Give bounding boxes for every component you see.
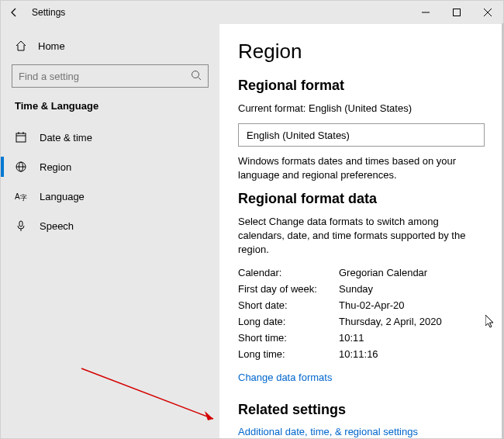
additional-settings-link[interactable]: Additional date, time, & regional settin… — [238, 426, 418, 437]
globe-icon — [15, 161, 27, 173]
sidebar-item-region[interactable]: Region — [12, 152, 209, 181]
sidebar-item-label: Date & time — [40, 132, 92, 143]
format-data-table: Calendar:Gregorian Calendar First day of… — [238, 264, 485, 362]
maximize-button[interactable] — [441, 1, 472, 24]
sidebar: Home Time & Language Date & time Region … — [1, 24, 219, 438]
sidebar-item-date-time[interactable]: Date & time — [12, 123, 209, 152]
svg-rect-6 — [16, 133, 26, 142]
home-nav[interactable]: Home — [12, 33, 209, 58]
change-data-formats-link[interactable]: Change data formats — [238, 372, 332, 383]
search-icon — [191, 70, 202, 83]
settings-window: Settings Home Time & Language Date & tim… — [0, 0, 504, 439]
table-row: Long time:10:11:16 — [238, 346, 485, 362]
sidebar-item-label: Region — [40, 161, 71, 173]
regional-format-heading: Regional format — [238, 78, 485, 94]
format-data-description: Select Change data formats to switch amo… — [238, 215, 485, 258]
svg-line-5 — [198, 77, 202, 80]
current-format-label: Current format: English (United States) — [238, 102, 485, 116]
format-dropdown[interactable]: English (United States) — [238, 123, 485, 147]
sidebar-item-language[interactable]: A字 Language — [12, 181, 209, 211]
microphone-icon — [15, 220, 27, 232]
sidebar-item-speech[interactable]: Speech — [12, 211, 209, 240]
format-description: Windows formats dates and times based on… — [238, 154, 485, 182]
back-button[interactable] — [7, 5, 21, 19]
page-title: Region — [238, 40, 485, 64]
table-row: Short date:Thu-02-Apr-20 — [238, 297, 485, 313]
language-icon: A字 — [15, 190, 27, 202]
home-icon — [15, 40, 27, 52]
titlebar: Settings — [1, 1, 503, 24]
table-row: Calendar:Gregorian Calendar — [238, 264, 485, 281]
main-content: Region Regional format Current format: E… — [219, 24, 503, 438]
svg-rect-1 — [454, 9, 461, 16]
sidebar-heading: Time & Language — [12, 100, 209, 112]
related-settings-heading: Related settings — [238, 402, 485, 418]
format-data-heading: Regional format data — [238, 191, 485, 207]
svg-text:字: 字 — [20, 194, 27, 202]
svg-text:A: A — [15, 192, 20, 201]
table-row: Short time:10:11 — [238, 330, 485, 346]
sidebar-item-label: Speech — [40, 220, 74, 232]
search-box[interactable] — [12, 64, 209, 88]
minimize-button[interactable] — [410, 1, 441, 24]
svg-rect-15 — [19, 221, 22, 226]
svg-point-4 — [192, 71, 199, 78]
home-label: Home — [38, 40, 65, 52]
table-row: First day of week:Sunday — [238, 281, 485, 297]
close-button[interactable] — [472, 1, 503, 24]
sidebar-item-label: Language — [40, 191, 85, 202]
search-input[interactable] — [19, 71, 191, 82]
table-row: Long date:Thursday, 2 April, 2020 — [238, 313, 485, 330]
window-title: Settings — [32, 7, 65, 18]
calendar-icon — [15, 131, 27, 143]
dropdown-value: English (United States) — [247, 130, 350, 141]
